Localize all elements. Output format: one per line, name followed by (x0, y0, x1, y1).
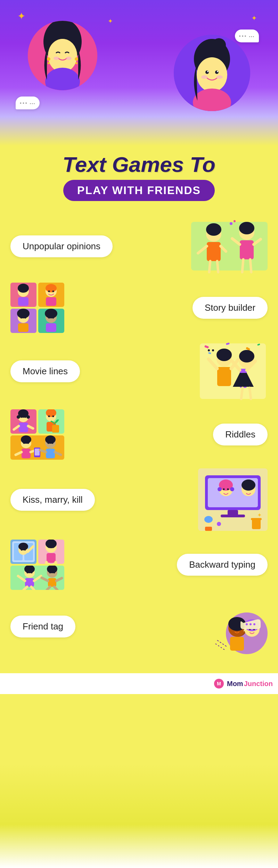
svg-rect-163 (25, 578, 34, 587)
svg-rect-94 (19, 423, 28, 432)
sparkle-5: ✦ (108, 17, 113, 25)
svg-point-8 (75, 57, 78, 61)
illus-backward-2 (38, 540, 64, 564)
svg-point-182 (238, 627, 240, 629)
pill-riddles: Riddles (213, 424, 268, 445)
svg-point-59 (25, 317, 26, 319)
illus-backward-3 (10, 566, 64, 590)
svg-rect-75 (217, 367, 231, 386)
game-entry-movie: Movie lines (10, 342, 268, 401)
pill-backward: Backward typing (177, 554, 268, 576)
svg-point-38 (239, 222, 254, 234)
chat-dots-left: ••• (20, 100, 28, 106)
svg-point-189 (250, 623, 252, 625)
svg-rect-103 (52, 425, 59, 433)
pill-unpopular: Unpopular opinions (10, 235, 113, 257)
svg-point-137 (204, 516, 213, 523)
svg-point-63 (45, 309, 57, 318)
illus-kiss: ✦ (198, 468, 268, 531)
main-title: Text Games To (14, 153, 264, 176)
svg-point-6 (47, 57, 50, 61)
svg-text:M: M (217, 681, 221, 686)
chat-dots-right: ••• (239, 33, 247, 39)
svg-point-78 (208, 349, 210, 351)
svg-point-45 (18, 284, 29, 293)
svg-line-36 (242, 259, 243, 272)
svg-point-150 (24, 549, 26, 551)
svg-point-128 (218, 487, 222, 491)
svg-point-53 (52, 291, 54, 292)
svg-rect-139 (252, 519, 261, 529)
illus-riddles-1 (10, 409, 36, 434)
svg-point-9 (75, 62, 77, 64)
subtitle-pill: PLAY WITH FRIENDS (63, 180, 215, 201)
svg-point-135 (250, 489, 252, 490)
svg-point-19 (201, 75, 207, 79)
logo-icon: M (214, 678, 224, 689)
illus-backward-stack (10, 540, 66, 590)
svg-point-117 (52, 442, 54, 444)
svg-point-14 (197, 57, 227, 92)
svg-rect-172 (48, 578, 56, 587)
svg-point-39 (243, 231, 245, 233)
illus-movie (198, 342, 268, 401)
svg-point-149 (21, 549, 22, 551)
svg-point-161 (27, 572, 28, 574)
illus-friend-svg (212, 599, 268, 654)
svg-line-37 (250, 259, 251, 272)
svg-point-13 (212, 38, 226, 52)
game-entry-backward: Backward typing (10, 540, 268, 590)
svg-point-74 (216, 349, 232, 361)
title-section: Text Games To PLAY WITH FRIENDS (0, 146, 278, 211)
svg-point-148 (18, 543, 28, 550)
svg-point-18 (217, 71, 218, 72)
illus-story-2 (38, 283, 64, 307)
svg-point-131 (227, 489, 229, 490)
header-section: ✦ ✦ ✦ ✦ ✦ (0, 0, 278, 146)
svg-point-115 (45, 435, 56, 444)
avatar-left (28, 21, 97, 90)
svg-point-31 (215, 233, 218, 235)
logo-mom: Mom (227, 680, 243, 688)
svg-point-57 (17, 309, 30, 318)
content-section: Unpopular opinions (0, 211, 278, 673)
svg-rect-138 (205, 527, 212, 531)
pill-kiss: Kiss, marry, kill (10, 489, 95, 511)
logo-junction: Junction (244, 680, 273, 688)
avatar-left-svg (28, 21, 97, 90)
footer-logo-text: Mom Junction (227, 680, 273, 688)
svg-rect-67 (200, 343, 266, 399)
svg-point-51 (46, 284, 57, 292)
svg-point-7 (48, 62, 50, 64)
svg-rect-24 (207, 242, 221, 261)
svg-point-81 (239, 350, 254, 362)
svg-point-47 (25, 291, 26, 292)
game-entry-friend: Friend tag (10, 599, 268, 654)
svg-point-142 (217, 522, 221, 526)
svg-point-181 (234, 627, 236, 629)
illus-story-4 (38, 309, 64, 333)
illus-riddles-stack (10, 409, 66, 460)
illus-unpopular-svg (191, 218, 268, 274)
game-entry-story: Story builder (10, 283, 268, 333)
svg-point-100 (48, 416, 50, 417)
svg-line-28 (217, 261, 218, 272)
svg-point-116 (48, 442, 49, 444)
svg-point-106 (21, 435, 31, 444)
svg-point-40 (248, 231, 251, 233)
illus-riddles-3 (10, 435, 64, 460)
svg-rect-33 (240, 240, 254, 259)
footer: M Mom Junction (0, 673, 278, 694)
illus-unpopular (191, 218, 268, 274)
svg-point-101 (52, 416, 54, 417)
svg-rect-118 (46, 449, 55, 458)
svg-point-4 (54, 57, 59, 60)
pill-movie: Movie lines (10, 360, 80, 382)
svg-point-190 (253, 623, 255, 625)
illus-kiss-svg: ✦ (198, 468, 268, 531)
illus-story-stack (10, 283, 66, 333)
svg-point-154 (46, 540, 57, 548)
game-entry-riddles: Riddles (10, 409, 268, 460)
svg-rect-157 (47, 553, 56, 563)
svg-point-90 (17, 415, 20, 419)
